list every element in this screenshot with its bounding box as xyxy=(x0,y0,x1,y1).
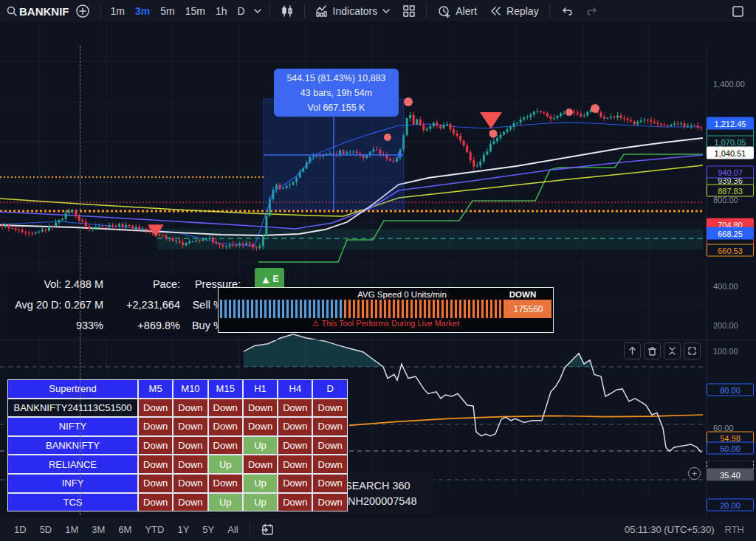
supertrend-cell: Down xyxy=(173,493,207,512)
pane-move-up-button[interactable] xyxy=(624,342,641,359)
timeframe-5m[interactable]: 5m xyxy=(155,1,179,21)
supertrend-symbol-BANKNIFTY: BANKNIFTY xyxy=(7,436,138,455)
supertrend-symbol-RELIANCE: RELIANCE xyxy=(7,455,138,474)
supertrend-cell: Down xyxy=(312,417,347,436)
pane-controls xyxy=(624,342,701,359)
replay-label: Replay xyxy=(506,5,539,17)
price-label: 50.00 xyxy=(707,442,754,455)
supertrend-header-M15: M15 xyxy=(208,379,243,399)
supertrend-header-Supertrend: Supertrend xyxy=(7,379,138,399)
compare-add-button[interactable] xyxy=(69,1,96,21)
supertrend-table: SupertrendM5M10M15H1H4DBANKNIFTY241113C5… xyxy=(7,379,348,511)
vol-panel-cell: Pace: xyxy=(109,278,186,290)
speed-bar-value: 175560 xyxy=(505,300,551,318)
supertrend-cell: Down xyxy=(173,436,207,455)
vol-panel-cell: +869.8% xyxy=(109,320,186,331)
divider xyxy=(269,4,270,18)
vol-panel-cell: +2,231,664 xyxy=(109,299,186,311)
price-label: 35.40 xyxy=(707,469,754,481)
supertrend-cell: Down xyxy=(173,399,207,418)
supertrend-cell: Down xyxy=(208,436,243,455)
layout-templates-button[interactable] xyxy=(396,1,422,21)
supertrend-cell: Down xyxy=(173,455,207,474)
timeframe-group: 1m3m5m15m1hD xyxy=(106,1,250,21)
session-clock[interactable]: 05:11:30 (UTC+5:30) xyxy=(625,524,715,535)
timeframe-15m[interactable]: 15m xyxy=(180,1,210,21)
price-label: 940.07 xyxy=(707,166,754,179)
fullscreen-button[interactable] xyxy=(726,1,750,21)
range-5D[interactable]: 5D xyxy=(33,520,59,538)
supertrend-cell: Down xyxy=(173,474,207,493)
supertrend-cell: Down xyxy=(278,474,312,493)
price-label: 660.53 xyxy=(707,244,754,257)
pane-collapse-button[interactable] xyxy=(664,342,681,359)
avg-speed-panel: AVG Speed 0 Units/min DOWN 175560 ⚠ This… xyxy=(218,287,554,333)
supertrend-cell: Down xyxy=(208,399,243,418)
chart-style-button[interactable] xyxy=(275,1,300,21)
pane-divider[interactable] xyxy=(0,340,756,340)
range-5Y[interactable]: 5Y xyxy=(196,520,221,538)
indicators-button[interactable]: Indicators xyxy=(309,1,397,21)
supertrend-cell: Down xyxy=(312,474,347,493)
range-3M[interactable]: 3M xyxy=(85,520,111,538)
research-line1: SEARCH 360 xyxy=(345,480,433,492)
bottom-toolbar: 1D5D1M3M6MYTD1Y5YAll 05:11:30 (UTC+5:30)… xyxy=(0,517,756,541)
range-All[interactable]: All xyxy=(221,520,244,538)
price-label: 20.00 xyxy=(707,499,754,511)
supertrend-cell: Down xyxy=(278,455,312,474)
timeframe-1m[interactable]: 1m xyxy=(106,1,130,21)
research-line2: INH200007548 xyxy=(345,495,433,507)
undo-button[interactable] xyxy=(554,1,580,21)
replay-button[interactable]: Replay xyxy=(483,1,545,21)
event-marker-label: E xyxy=(272,274,278,284)
session-type[interactable]: RTH xyxy=(725,524,744,535)
pane-delete-button[interactable] xyxy=(644,342,661,359)
vol-panel-cell: Vol: 2.488 M xyxy=(7,278,109,290)
supertrend-cell: Down xyxy=(278,436,312,455)
timeframe-menu-chevron[interactable] xyxy=(250,1,265,21)
alert-button[interactable]: Alert xyxy=(431,1,483,21)
go-to-date-button[interactable] xyxy=(255,520,281,539)
supertrend-cell: Up xyxy=(243,436,278,455)
add-alert-plus-icon[interactable]: + xyxy=(688,467,701,480)
search-icon[interactable] xyxy=(6,5,18,17)
speed-warning: ⚠ This Tool Performs During Live Market xyxy=(219,318,553,331)
axis-tick: 100.00 xyxy=(713,347,738,356)
axis-tick: 400.00 xyxy=(713,282,738,291)
timeframe-D[interactable]: D xyxy=(232,1,250,21)
range-YTD[interactable]: YTD xyxy=(138,520,171,538)
chart-area[interactable]: 544.15 (81.43%) 10,883 43 bars, 19h 54m … xyxy=(0,23,756,517)
date-range-group: 1D5D1M3M6MYTD1Y5YAll xyxy=(7,520,245,538)
vol-panel-cell: 933% xyxy=(7,320,109,331)
supertrend-cell: Down xyxy=(138,474,173,493)
supertrend-cell: Up xyxy=(243,493,278,512)
supertrend-cell: Down xyxy=(138,436,173,455)
range-6M[interactable]: 6M xyxy=(111,520,138,538)
supertrend-cell: Down xyxy=(278,493,312,512)
measure-bars-time: 43 bars, 19h 54m xyxy=(300,86,372,100)
top-toolbar: BANKNIF 1m3m5m15m1hD Indicators Alert xyxy=(0,0,756,23)
pane-maximize-button[interactable] xyxy=(684,342,701,359)
timeframe-1h[interactable]: 1h xyxy=(210,1,233,21)
speed-header: AVG Speed 0 Units/min DOWN xyxy=(219,288,553,300)
supertrend-cell: Down xyxy=(208,417,243,436)
alert-label: Alert xyxy=(456,5,477,17)
supertrend-cell: Up xyxy=(243,474,278,493)
supertrend-cell: Down xyxy=(312,436,347,455)
measure-volume: Vol 667.155 K xyxy=(308,100,365,115)
vol-panel-cell: Avg 20 D: 0.267 M xyxy=(7,299,109,311)
divider xyxy=(426,4,427,18)
symbol-search[interactable]: BANKNIF xyxy=(18,5,69,18)
supertrend-cell: Down xyxy=(138,455,173,474)
supertrend-cell: Down xyxy=(208,474,243,493)
trading-app: BANKNIF 1m3m5m15m1hD Indicators Alert xyxy=(0,0,756,541)
range-1Y[interactable]: 1Y xyxy=(171,520,196,538)
timeframe-3m[interactable]: 3m xyxy=(130,1,155,21)
supertrend-header-M10: M10 xyxy=(173,379,207,399)
supertrend-header-D: D xyxy=(312,379,347,399)
range-1M[interactable]: 1M xyxy=(58,520,85,538)
event-triangle-icon: ▲ xyxy=(261,274,272,285)
price-label: 80.00 xyxy=(707,384,754,396)
redo-button[interactable] xyxy=(580,1,605,21)
range-1D[interactable]: 1D xyxy=(7,520,33,538)
